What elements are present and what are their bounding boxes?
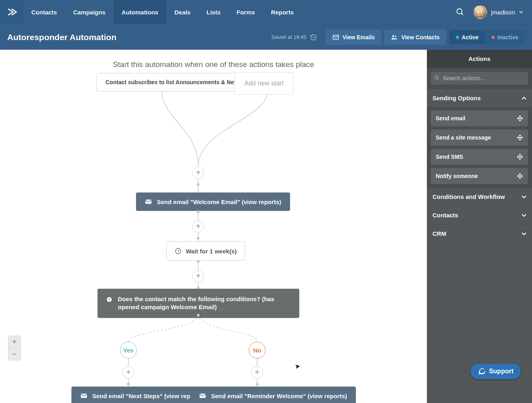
question-icon: ? bbox=[106, 295, 112, 304]
svg-point-0 bbox=[457, 9, 462, 14]
status-toggle: Active Inactive bbox=[449, 30, 525, 45]
add-start-node[interactable]: Add new start bbox=[234, 72, 294, 95]
connector-dot bbox=[197, 183, 200, 186]
mail-icon bbox=[332, 34, 339, 41]
branch-yes[interactable]: Yes bbox=[120, 342, 137, 358]
connector-dot bbox=[197, 260, 200, 263]
svg-point-3 bbox=[392, 35, 394, 37]
chevron-down-icon bbox=[519, 10, 523, 14]
add-step-plus[interactable]: + bbox=[192, 167, 204, 179]
action-send-sms[interactable]: Send SMS bbox=[431, 149, 528, 165]
connector-dot bbox=[256, 383, 259, 386]
section-contacts[interactable]: Contacts bbox=[427, 206, 532, 224]
page-title: Autoresponder Automation bbox=[7, 32, 116, 42]
zoom-control: + − bbox=[8, 336, 21, 360]
view-contacts-button[interactable]: View Contacts bbox=[384, 30, 446, 45]
connector-dot bbox=[197, 314, 200, 317]
section-conditions-workflow[interactable]: Conditions and Workflow bbox=[427, 187, 532, 206]
svg-point-4 bbox=[395, 35, 397, 37]
add-step-plus[interactable]: + bbox=[192, 221, 204, 233]
action-send-email[interactable]: Send email bbox=[431, 110, 528, 126]
actions-sidebar: Actions Search actions... Sending Option… bbox=[427, 50, 532, 403]
user-menu[interactable]: jmadison bbox=[469, 5, 532, 19]
nav-contacts[interactable]: Contacts bbox=[23, 0, 65, 24]
top-nav: Contacts Campaigns Automations Deals Lis… bbox=[0, 0, 532, 24]
connector-dot bbox=[197, 237, 200, 240]
node-wait[interactable]: Wait for 1 week(s) bbox=[166, 241, 245, 261]
section-crm[interactable]: CRM bbox=[427, 224, 532, 243]
mail-icon bbox=[199, 392, 206, 399]
zoom-out-button[interactable]: − bbox=[8, 348, 20, 360]
status-active[interactable]: Active bbox=[449, 30, 485, 45]
connector-dot bbox=[197, 211, 200, 213]
sidebar-title: Actions bbox=[427, 50, 532, 68]
mail-icon bbox=[80, 392, 87, 399]
node-send-reminder-welcome[interactable]: Send email "Reminder Welcome" (view repo… bbox=[190, 387, 356, 403]
people-icon bbox=[391, 34, 398, 41]
sidebar-search: Search actions... bbox=[427, 68, 532, 89]
username: jmadison bbox=[491, 9, 515, 16]
sending-options-actions: Send email Send a site message Send SMS … bbox=[427, 107, 532, 187]
avatar bbox=[473, 5, 487, 19]
move-icon bbox=[517, 154, 523, 160]
chevron-down-icon bbox=[522, 231, 526, 236]
logo[interactable] bbox=[0, 0, 23, 24]
action-send-site-message[interactable]: Send a site message bbox=[431, 130, 528, 146]
view-emails-button[interactable]: View Emails bbox=[326, 30, 382, 45]
move-icon bbox=[517, 173, 523, 179]
move-icon bbox=[517, 115, 523, 122]
cursor-icon: ➤ bbox=[294, 362, 301, 371]
svg-line-1 bbox=[461, 13, 463, 15]
nav-items: Contacts Campaigns Automations Deals Lis… bbox=[23, 0, 302, 24]
svg-line-23 bbox=[438, 79, 439, 80]
add-step-plus[interactable]: + bbox=[251, 367, 263, 379]
connector-dot bbox=[127, 383, 130, 386]
nav-campaigns[interactable]: Campaigns bbox=[65, 0, 114, 24]
mail-icon bbox=[145, 198, 152, 205]
search-icon[interactable] bbox=[452, 4, 469, 20]
sub-header: Autoresponder Automation Saved at 19:45 … bbox=[0, 24, 532, 50]
start-prompt: Start this automation when one of these … bbox=[0, 60, 427, 69]
node-send-welcome-email[interactable]: Send email "Welcome Email" (view reports… bbox=[136, 192, 290, 211]
status-inactive[interactable]: Inactive bbox=[485, 30, 525, 45]
active-dot-icon bbox=[456, 36, 459, 39]
start-trigger-node[interactable]: Contact subscribes to list Announcements… bbox=[96, 73, 251, 91]
search-actions-input[interactable]: Search actions... bbox=[431, 72, 528, 85]
chevron-up-icon bbox=[522, 96, 526, 101]
zoom-in-button[interactable]: + bbox=[8, 336, 20, 348]
move-icon bbox=[517, 134, 523, 141]
saved-indicator: Saved at 19:45 bbox=[271, 34, 317, 41]
inactive-dot-icon bbox=[491, 36, 495, 39]
clock-icon bbox=[175, 247, 182, 255]
svg-text:?: ? bbox=[108, 298, 111, 302]
support-button[interactable]: Support bbox=[471, 364, 521, 379]
nav-automations[interactable]: Automations bbox=[114, 0, 167, 24]
add-step-plus[interactable]: + bbox=[122, 367, 134, 379]
svg-point-22 bbox=[435, 76, 438, 79]
branch-no[interactable]: No bbox=[249, 342, 266, 358]
automation-canvas[interactable]: Start this automation when one of these … bbox=[0, 50, 427, 403]
nav-lists[interactable]: Lists bbox=[199, 0, 229, 24]
nav-deals[interactable]: Deals bbox=[167, 0, 199, 24]
action-notify-someone[interactable]: Notify someone bbox=[431, 168, 528, 184]
chat-icon bbox=[478, 367, 486, 375]
history-icon bbox=[310, 34, 317, 41]
search-icon bbox=[434, 75, 440, 81]
nav-reports[interactable]: Reports bbox=[263, 0, 302, 24]
chevron-down-icon bbox=[522, 213, 526, 218]
add-step-plus[interactable]: + bbox=[192, 270, 204, 282]
nav-forms[interactable]: Forms bbox=[229, 0, 263, 24]
section-sending-options[interactable]: Sending Options bbox=[427, 89, 532, 107]
chevron-down-icon bbox=[522, 194, 526, 199]
